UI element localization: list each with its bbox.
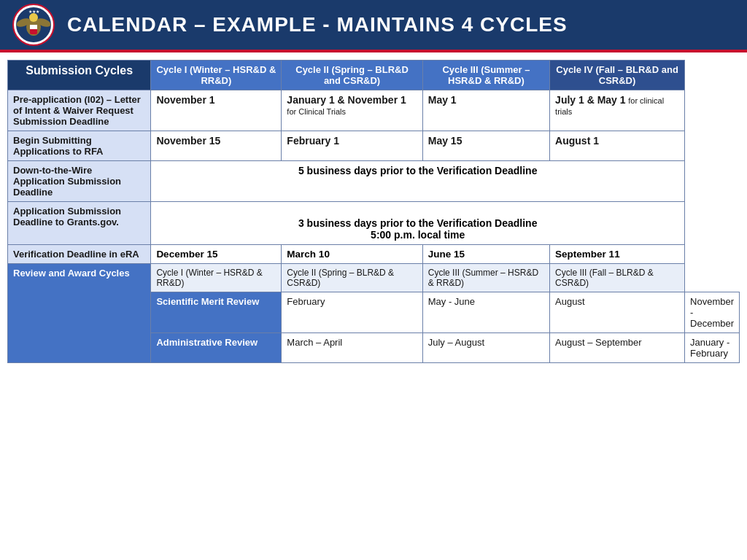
table-row: Application Submission Deadline to Grant… <box>8 202 740 245</box>
svg-point-5 <box>29 13 38 22</box>
svg-text:★★★: ★★★ <box>28 9 39 14</box>
verify-cycle1: December 15 <box>151 245 282 264</box>
cycle3-header: Cycle III (Summer – HSR&D & RR&D) <box>422 61 549 90</box>
scientific-cycle2: May - June <box>422 292 549 333</box>
verify-cycle2: March 10 <box>282 245 422 264</box>
table-row: Pre-application (I02) – Letter of Intent… <box>8 90 740 131</box>
cycle2-header: Cycle II (Spring – BLR&D and CSR&D) <box>282 61 422 90</box>
review-cycle1: Cycle I (Winter – HSR&D & RR&D) <box>151 264 282 292</box>
begin-cycle4: August 1 <box>550 131 685 161</box>
preapp-cycle4: July 1 & May 1 for clinical trials <box>550 90 685 131</box>
review-award-label: Review and Award Cycles <box>8 264 151 363</box>
preapp-cycle3: May 1 <box>422 90 549 131</box>
verification-label: Verification Deadline in eRA <box>8 245 151 264</box>
dttw-span-cell: 5 business days prior to the Verificatio… <box>151 161 685 202</box>
submission-cycles-header: Submission Cycles <box>8 61 151 90</box>
preapp-cycle1: November 1 <box>151 90 282 131</box>
admin-cycle3: August – September <box>550 333 685 363</box>
admin-cycle4: January - February <box>685 333 740 363</box>
admin-cycle2: July – August <box>422 333 549 363</box>
verify-cycle4: September 11 <box>550 245 685 264</box>
verify-cycle3: June 15 <box>422 245 549 264</box>
app-submission-span-cell: 3 business days prior to the Verificatio… <box>151 202 685 245</box>
table-row: Down-to-the-Wire Application Submission … <box>8 161 740 202</box>
administrative-review-label: Administrative Review <box>151 333 282 363</box>
scientific-cycle4: November - December <box>685 292 740 333</box>
app-submission-label: Application Submission Deadline to Grant… <box>8 202 151 245</box>
scientific-cycle1: February <box>282 292 422 333</box>
pre-application-label: Pre-application (I02) – Letter of Intent… <box>8 90 151 131</box>
review-cycle3: Cycle III (Summer – HSR&D & RR&D) <box>422 264 549 292</box>
calendar-table: Submission Cycles Cycle I (Winter – HSR&… <box>7 60 740 363</box>
begin-cycle2: February 1 <box>282 131 422 161</box>
preapp-cycle2: January 1 & November 1 for Clinical Tria… <box>282 90 422 131</box>
svg-rect-7 <box>30 25 37 29</box>
dttw-label: Down-to-the-Wire Application Submission … <box>8 161 151 202</box>
table-row: Begin Submitting Applications to RFA Nov… <box>8 131 740 161</box>
review-cycle2: Cycle II (Spring – BLR&D & CSR&D) <box>282 264 422 292</box>
page-header: ★★★ CALENDAR – EXAMPLE - MAINTAINS 4 CYC… <box>0 0 747 52</box>
begin-cycle1: November 15 <box>151 131 282 161</box>
cycle4-header: Cycle IV (Fall – BLR&D and CSR&D) <box>550 61 685 90</box>
table-row: Review and Award Cycles Cycle I (Winter … <box>8 264 740 292</box>
cycle1-header: Cycle I (Winter – HSR&D & RR&D) <box>151 61 282 90</box>
admin-cycle1: March – April <box>282 333 422 363</box>
begin-submitting-label: Begin Submitting Applications to RFA <box>8 131 151 161</box>
scientific-merit-label: Scientific Merit Review <box>151 292 282 333</box>
main-table-container: Submission Cycles Cycle I (Winter – HSR&… <box>0 52 747 363</box>
review-cycle4: Cycle III (Fall – BLR&D & CSR&D) <box>550 264 685 292</box>
table-row: Verification Deadline in eRA December 15… <box>8 245 740 264</box>
scientific-cycle3: August <box>550 292 685 333</box>
va-logo: ★★★ <box>12 3 55 47</box>
page-title: CALENDAR – EXAMPLE - MAINTAINS 4 CYCLES <box>67 13 568 36</box>
begin-cycle3: May 15 <box>422 131 549 161</box>
